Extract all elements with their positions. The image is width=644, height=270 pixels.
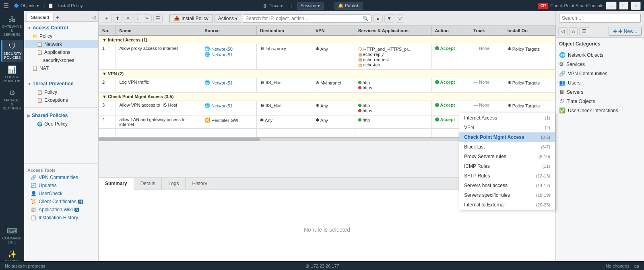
wiki-icon: 📰 <box>31 207 37 212</box>
dd-proxy-label: Proxy Servers rules <box>464 154 506 159</box>
move-up-button[interactable]: ↕ <box>134 14 141 23</box>
cut-button[interactable]: ✂ <box>143 14 152 23</box>
tab-history[interactable]: History <box>186 178 214 189</box>
publish-button[interactable]: 🔔 Publish <box>334 2 363 10</box>
nav-network[interactable]: 📋 Network <box>24 40 98 48</box>
row-2-action: Accept <box>431 78 470 93</box>
nav-applications[interactable]: 📋 Applications <box>24 48 98 56</box>
section-toggle[interactable]: ▼ <box>102 37 107 42</box>
nav-vpn-communities[interactable]: 🔗 VPN Communities <box>24 173 98 181</box>
dd-item-cpmgmt[interactable]: Check Point Mgmt Access (3-5) <box>459 132 555 142</box>
dd-icmp-count: (11) <box>542 164 550 169</box>
table-row[interactable]: 1 Allow proxy access to internet 🌐Networ… <box>99 44 555 70</box>
row-4-dest: ✱Any <box>257 115 312 129</box>
filter-button[interactable]: ▽ <box>396 14 404 23</box>
sidebar-item-command[interactable]: ⌨ COMMANDLINE <box>1 224 23 247</box>
row-1-track: — None <box>470 44 504 70</box>
iis-icon: 🖥 <box>260 80 264 85</box>
dd-cpmgmt-label: Check Point Mgmt Access <box>464 134 524 140</box>
actions-button[interactable]: Actions ▾ <box>215 14 241 23</box>
no-rule-message: No rule is selected <box>304 227 350 233</box>
close-button[interactable]: ✕ <box>631 2 641 10</box>
collapse-nav-button[interactable]: ◁ <box>92 14 96 20</box>
arrow-down-button[interactable]: ▼ <box>384 14 394 23</box>
add-above-button[interactable]: ⬆ <box>113 14 122 23</box>
dd-item-sftp[interactable]: SFTP Rules (12-13) <box>459 171 555 181</box>
cat-usercheck[interactable]: ✅ UserCheck Interactions <box>556 106 644 115</box>
install-policy-icon: 📥 <box>174 16 180 21</box>
row-4-vpn: ✱Any <box>312 115 355 129</box>
nav-policy[interactable]: 📁 Policy <box>24 32 98 40</box>
right-back-button[interactable]: ◁ <box>558 27 568 35</box>
services-icon: ⚙ <box>559 61 564 67</box>
maximize-button[interactable]: □ <box>619 2 628 10</box>
sidebar-item-security[interactable]: 🛡 SECURITYPOLICIES <box>1 40 23 62</box>
nav-tp-policy[interactable]: 📋 Policy <box>24 88 98 96</box>
objects-menu-button[interactable]: 🔷 Objects ▾ <box>11 2 41 9</box>
nav-app-wiki[interactable]: 📰 Application Wiki N <box>24 206 98 214</box>
delete-button[interactable]: ✕ <box>124 14 132 23</box>
sidebar-item-manage[interactable]: ⚙ MANAGE& SETTINGS <box>1 86 23 113</box>
nav-security-zones[interactable]: — security-zones <box>24 56 98 64</box>
section-cpmgmt[interactable]: ▼ Check Point Mgmt Access (3-5) <box>99 93 555 101</box>
dd-item-vpn[interactable]: VPN (2) <box>459 123 555 132</box>
cat-time-objects[interactable]: ⏱ Time Objects <box>556 97 644 106</box>
nav-install-history[interactable]: 📋 Installation History <box>24 214 98 222</box>
sidebar-item-logs[interactable]: 📊 LOGS &MONITOR <box>1 63 23 85</box>
section-vpn-toggle[interactable]: ▼ <box>102 71 107 76</box>
cat-servers[interactable]: 🖥 Servers <box>556 87 644 97</box>
sidebar-item-gateways[interactable]: 🖧 GATEWAYS& SERVERS <box>1 13 23 39</box>
section-vpn[interactable]: ▼ VPN (2) <box>99 70 555 78</box>
right-list-button[interactable]: ☰ <box>579 27 589 35</box>
dd-item-internal-external[interactable]: Internal to External (20-25) <box>459 200 555 210</box>
more-button[interactable]: ☰ <box>153 14 163 23</box>
right-search-input[interactable] <box>559 14 641 23</box>
section-internet-access[interactable]: ▼ Internet Access (1) <box>99 35 555 44</box>
install-policy-toolbar-button[interactable]: 📥 Install Policy <box>169 14 213 23</box>
arrow-up-button[interactable]: ▲ <box>373 14 383 23</box>
cat-network-objects[interactable]: 🌐 Network Objects <box>556 50 644 60</box>
search-icon: 🔍 <box>363 16 369 21</box>
nav-usercheck[interactable]: 👤 UserCheck <box>24 190 98 198</box>
tab-summary[interactable]: Summary <box>99 178 134 190</box>
nav-geo-policy[interactable]: 🌍 Geo Policy <box>24 120 98 128</box>
row-4-services: http <box>355 115 431 129</box>
row-3-source: 🌐Network51 <box>201 101 257 115</box>
dd-item-icmp[interactable]: ICMP Rules (11) <box>459 161 555 171</box>
dd-item-proxy[interactable]: Proxy Servers rules (8-10) <box>459 152 555 161</box>
threat-prevention-section: ▼ Threat Prevention 📋 Policy 📋 Exception… <box>24 78 98 106</box>
minimize-button[interactable]: — <box>606 2 617 10</box>
dd-item-servers-specific[interactable]: Servers specific rules (18-19) <box>459 190 555 200</box>
nav-updates[interactable]: 🔄 Updates <box>24 181 98 190</box>
session-button[interactable]: Session ▾ <box>297 2 324 10</box>
section-cpmgmt-toggle[interactable]: ▼ <box>102 94 107 99</box>
cat-services[interactable]: ⚙ Services <box>556 60 644 69</box>
tab-logs[interactable]: Logs <box>162 178 186 189</box>
cat-vpn-communities[interactable]: 🔗 VPN Communities <box>556 69 644 78</box>
new-object-button[interactable]: ✚ ✚ New... <box>609 27 642 36</box>
threat-prevention-header[interactable]: ▼ Threat Prevention <box>24 79 98 88</box>
add-row-button[interactable]: ＋ <box>102 14 111 23</box>
nav-nat[interactable]: 📋 NAT <box>24 64 98 72</box>
discard-button[interactable]: 🗑 Discard <box>260 2 286 9</box>
dd-item-blacklist[interactable]: Black List (6-7) <box>459 142 555 152</box>
servers-label: Servers <box>567 89 583 95</box>
manage-icon: ⚙ <box>9 89 15 97</box>
access-control-header[interactable]: ▼ Access Control <box>24 23 98 32</box>
dd-item-servers-host[interactable]: Servers host access (14-17) <box>459 181 555 190</box>
cat-users[interactable]: 👥 Users <box>556 78 644 87</box>
nav-client-certs[interactable]: 📜 Client Certificates N <box>24 198 98 206</box>
right-home-button[interactable]: ⌂ <box>569 27 578 35</box>
tab-details[interactable]: Details <box>134 178 162 189</box>
row-2-dest: 🖥IIS_Host <box>257 78 312 93</box>
search-input[interactable] <box>246 16 363 21</box>
shared-policies-header[interactable]: ▶ Shared Policies <box>24 111 98 120</box>
install-policy-button[interactable]: Install Policy <box>56 2 85 9</box>
add-tab-button[interactable]: + <box>54 13 62 21</box>
table-row[interactable]: 2 Log VPN traffic 🌐Network51 🖥IIS_Host ⊛… <box>99 78 555 93</box>
dd-item-internet-access[interactable]: Internet Access (1) <box>459 113 555 123</box>
nav-tp-exceptions[interactable]: 📋 Exceptions <box>24 96 98 104</box>
network51-icon: 🌐 <box>204 80 210 85</box>
standard-tab[interactable]: Standard <box>27 13 54 21</box>
usercheck-interactions-label: UserCheck Interactions <box>568 108 618 113</box>
